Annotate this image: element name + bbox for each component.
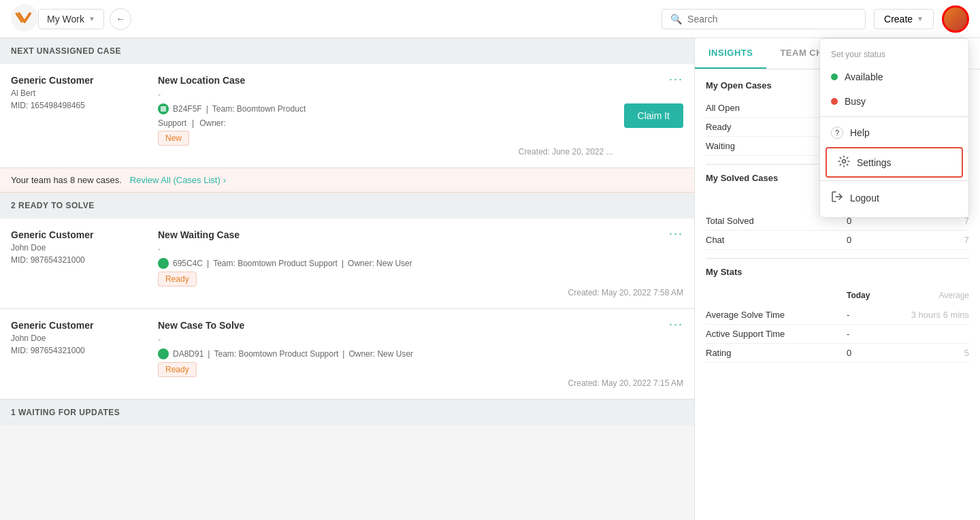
customer-name: Generic Customer [11, 229, 147, 240]
case-timestamp: Created: June 20, 2022 ... [158, 147, 613, 157]
stats-title: My Stats [706, 267, 969, 277]
case-meta: B24F5F | Team: Boomtown Product [158, 103, 613, 114]
case-details: New Waiting Case - 695C4C | Team: Boomto… [158, 229, 683, 297]
dropdown-header: Set your status [820, 44, 968, 65]
customer-info: Generic Customer John Doe MID: 987654321… [11, 320, 147, 388]
svg-rect-1 [161, 106, 166, 112]
chevron-down-icon: ▼ [917, 15, 924, 22]
dropdown-divider [820, 116, 968, 117]
case-team: Team: Boomtown Product Support [213, 259, 338, 268]
case-dash: - [158, 90, 613, 99]
case-title: New Case To Solve [158, 320, 683, 331]
create-button[interactable]: Create ▼ [874, 9, 934, 29]
stat-row: Chat 0 7 [706, 231, 969, 250]
case-meta: 695C4C | Team: Boomtown Product Support … [158, 258, 683, 269]
review-all-link[interactable]: Review All (Cases List) › [130, 175, 226, 185]
case-timestamp: Created: May 20, 2022 7:58 AM [158, 288, 683, 297]
search-icon: 🔍 [670, 14, 682, 25]
search-bar: 🔍 [662, 9, 866, 29]
help-icon: ? [831, 127, 843, 139]
customer-mid: MID: 165498498465 [11, 101, 147, 110]
more-options-button[interactable]: ··· [669, 227, 683, 241]
case-badge-ready: Ready [158, 272, 197, 287]
status-busy-item[interactable]: Busy [820, 89, 968, 114]
case-code-icon [158, 258, 169, 269]
case-badge-new: New [158, 131, 189, 146]
case-timestamp: Created: May 20, 2022 7:15 AM [158, 378, 683, 388]
chevron-down-icon: ▼ [88, 15, 95, 22]
busy-label: Busy [845, 96, 866, 107]
case-owner: Owner: [199, 118, 226, 128]
stat-today: 0 [847, 348, 901, 358]
case-card: ··· Generic Customer Al Bert MID: 165498… [0, 64, 694, 168]
section-waiting: 1 WAITING FOR UPDATES [0, 400, 694, 425]
notification-message: Your team has 8 new cases. [11, 175, 122, 185]
settings-label: Settings [857, 157, 892, 168]
left-panel: NEXT UNASSIGNED CASE ··· Generic Custome… [0, 38, 694, 520]
case-card: ··· Generic Customer John Doe MID: 98765… [0, 218, 694, 309]
case-details: New Location Case - B24F5F | Team: Boomt… [158, 75, 613, 157]
my-work-label: My Work [47, 14, 84, 25]
status-available-item[interactable]: Available [820, 65, 968, 89]
back-arrow-icon: ← [116, 14, 125, 24]
stat-today: - [847, 329, 901, 339]
status-dropdown: Set your status Available Busy ? Help Se… [819, 38, 969, 218]
help-item[interactable]: ? Help [820, 120, 968, 146]
settings-item[interactable]: Settings [826, 147, 963, 178]
section-ready: 2 READY TO SOLVE [0, 193, 694, 218]
case-team: Team: Boomtown Product [212, 104, 306, 114]
stat-row: Active Support Time - [706, 325, 969, 344]
more-options-button[interactable]: ··· [669, 317, 683, 331]
case-code-icon [158, 103, 169, 114]
dropdown-divider [820, 180, 968, 181]
col-today: Today [847, 291, 901, 300]
gear-icon [838, 155, 850, 169]
case-type: Support [158, 118, 186, 128]
customer-user: John Doe [11, 334, 147, 343]
customer-name: Generic Customer [11, 75, 147, 86]
svg-point-0 [11, 4, 38, 31]
claim-area: Claim It [624, 75, 683, 157]
my-work-button[interactable]: My Work ▼ [38, 9, 104, 29]
stat-label: Active Support Time [706, 329, 847, 339]
case-title: New Waiting Case [158, 229, 683, 240]
logout-item[interactable]: Logout [820, 184, 968, 212]
logout-icon [831, 191, 843, 205]
stat-row: Rating 0 5 [706, 344, 969, 363]
divider [706, 258, 969, 259]
case-badge-ready: Ready [158, 362, 197, 377]
case-details: New Case To Solve - DA8D91 | Team: Boomt… [158, 320, 683, 388]
stats-col-header: Today Average [706, 285, 969, 306]
avatar-button[interactable] [942, 5, 969, 33]
customer-user: Al Bert [11, 88, 147, 98]
customer-user: John Doe [11, 243, 147, 253]
claim-button[interactable]: Claim It [624, 103, 683, 128]
tab-insights[interactable]: INSIGHTS [695, 38, 766, 69]
notification-bar: Your team has 8 new cases. Review All (C… [0, 168, 694, 193]
stat-avg: 5 [901, 348, 969, 358]
customer-info: Generic Customer John Doe MID: 987654321… [11, 229, 147, 297]
case-title: New Location Case [158, 75, 613, 86]
case-card: ··· Generic Customer John Doe MID: 98765… [0, 309, 694, 400]
case-meta: DA8D91 | Team: Boomtown Product Support … [158, 348, 683, 359]
section-unassigned: NEXT UNASSIGNED CASE [0, 38, 694, 64]
stat-label: Average Solve Time [706, 310, 847, 320]
customer-mid: MID: 987654321000 [11, 346, 147, 355]
case-code: 695C4C [173, 259, 203, 268]
stat-avg: 3 hours 6 mins [901, 310, 969, 320]
case-type-row: Support | Owner: [158, 118, 613, 128]
case-owner-label: Owner: New User [348, 349, 413, 359]
create-label: Create [884, 14, 913, 25]
help-label: Help [850, 127, 870, 138]
back-button[interactable]: ← [110, 8, 131, 30]
search-input[interactable] [687, 14, 857, 25]
available-label: Available [845, 71, 883, 82]
case-dash: - [158, 244, 683, 254]
case-code: DA8D91 [173, 349, 203, 359]
svg-point-2 [843, 160, 846, 163]
more-options-button[interactable]: ··· [669, 72, 683, 86]
chevron-right-icon: › [223, 175, 226, 185]
logout-label: Logout [850, 193, 879, 204]
logo [11, 4, 38, 33]
stat-label: Chat [706, 235, 847, 245]
